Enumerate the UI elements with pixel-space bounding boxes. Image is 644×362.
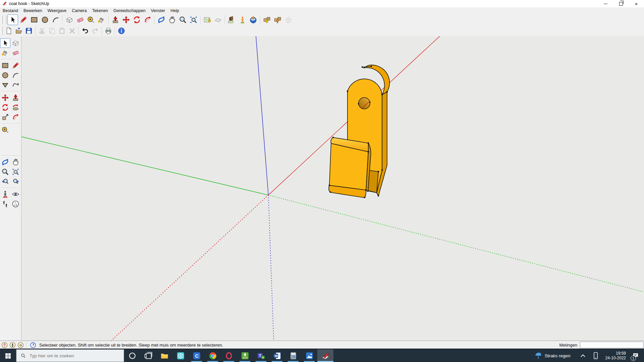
menu-bestand[interactable]: Bestand: [0, 8, 21, 14]
menu-camera[interactable]: Camera: [69, 8, 89, 14]
offset-icon[interactable]: [142, 14, 153, 25]
zoom-extents-icon[interactable]: [188, 14, 199, 25]
get-models-icon[interactable]: [262, 14, 272, 25]
file-explorer-taskbar-button[interactable]: [156, 349, 172, 362]
share-model-icon[interactable]: [272, 14, 283, 25]
axes-icon[interactable]: [0, 144, 10, 154]
text-icon[interactable]: [10, 135, 21, 144]
model-info-icon[interactable]: [116, 26, 126, 36]
offset-icon[interactable]: [10, 112, 21, 122]
search-input[interactable]: [29, 353, 111, 359]
geolocation-icon[interactable]: [1, 342, 8, 348]
protractor-icon[interactable]: [0, 135, 10, 144]
freehand-icon[interactable]: [10, 80, 21, 90]
rectangle-icon[interactable]: [29, 14, 40, 25]
3d-text-icon[interactable]: [10, 144, 21, 154]
arc-icon[interactable]: [50, 14, 61, 25]
push-pull-icon[interactable]: [10, 93, 21, 103]
move-icon[interactable]: [121, 14, 131, 25]
opera-taskbar-button[interactable]: [221, 349, 237, 362]
claim-credit-icon[interactable]: [9, 342, 16, 348]
new-icon[interactable]: [4, 26, 14, 36]
show-hidden-icons-chevron[interactable]: [579, 352, 587, 360]
zoom-next-icon[interactable]: [10, 177, 21, 186]
google-earth-icon[interactable]: [248, 14, 259, 25]
task-view-taskbar-button[interactable]: [140, 349, 156, 362]
zoom-icon[interactable]: [0, 167, 10, 177]
creality-slicer-taskbar-button[interactable]: [172, 349, 189, 362]
position-camera-icon[interactable]: [0, 189, 10, 199]
walk-icon[interactable]: [0, 199, 10, 209]
circle-icon[interactable]: [0, 70, 10, 80]
look-around-icon[interactable]: [10, 189, 21, 199]
coat-hook-model[interactable]: [268, 36, 440, 198]
the-sims-taskbar-button[interactable]: [237, 349, 253, 362]
pan-icon[interactable]: [167, 14, 177, 25]
open-icon[interactable]: [14, 26, 24, 36]
push-pull-icon[interactable]: [110, 14, 121, 25]
teams-taskbar-button[interactable]: [253, 349, 269, 362]
viewport-canvas[interactable]: [21, 36, 644, 341]
scale-icon[interactable]: [0, 112, 10, 122]
make-component-icon[interactable]: [10, 38, 21, 48]
sketchup-taskbar-button[interactable]: [317, 349, 333, 362]
toolbar-grip[interactable]: [1, 27, 3, 35]
paint-bucket-icon[interactable]: [96, 14, 107, 25]
menu-tekenen[interactable]: Tekenen: [90, 8, 111, 14]
cortana-taskbar-button[interactable]: [124, 349, 140, 362]
menu-weergave[interactable]: Weergave: [45, 8, 69, 14]
restore-button[interactable]: [613, 0, 629, 7]
start-button[interactable]: [0, 349, 16, 362]
select-icon[interactable]: [0, 38, 10, 48]
menu-venster[interactable]: Venster: [148, 8, 168, 14]
print-icon[interactable]: [103, 26, 113, 36]
photo-textures-icon[interactable]: [226, 14, 237, 25]
cura-taskbar-button[interactable]: [189, 349, 205, 362]
zoom-previous-icon[interactable]: [0, 177, 10, 186]
calculator-taskbar-button[interactable]: [285, 349, 301, 362]
save-icon[interactable]: [24, 26, 34, 36]
photos-taskbar-button[interactable]: [301, 349, 317, 362]
rectangle-icon[interactable]: [0, 61, 10, 70]
rotate-icon[interactable]: [131, 14, 142, 25]
toolbar-grip[interactable]: [1, 16, 3, 24]
zoom-extents-icon[interactable]: [10, 167, 21, 177]
undo-icon[interactable]: [80, 26, 90, 36]
eraser-icon[interactable]: [75, 14, 86, 25]
word-taskbar-button[interactable]: [269, 349, 285, 362]
rotate-icon[interactable]: [0, 103, 10, 112]
eraser-icon[interactable]: [10, 48, 21, 58]
menu-bewerken[interactable]: Bewerken: [21, 8, 45, 14]
polygon-icon[interactable]: [0, 80, 10, 90]
follow-me-icon[interactable]: [10, 103, 21, 112]
line-icon[interactable]: [18, 14, 29, 25]
zoom-icon[interactable]: [177, 14, 188, 25]
taskbar-clock[interactable]: 19:59 24-10-2022: [605, 351, 626, 360]
help-icon[interactable]: [29, 342, 37, 348]
orbit-icon[interactable]: [0, 157, 10, 167]
tape-measure-icon[interactable]: [86, 14, 96, 25]
arc-icon[interactable]: [10, 70, 21, 80]
weather-widget[interactable]: Straks regen: [535, 352, 571, 359]
add-location-icon[interactable]: [202, 14, 213, 25]
dimension-icon[interactable]: [10, 125, 21, 135]
screw-hole[interactable]: [359, 98, 370, 109]
minimize-button[interactable]: [598, 0, 613, 7]
taskbar-search[interactable]: [16, 349, 124, 362]
model-figure-icon[interactable]: [237, 14, 248, 25]
pan-icon[interactable]: [10, 157, 21, 167]
menu-help[interactable]: Help: [168, 8, 182, 14]
menu-gereedschappen[interactable]: Gereedschappen: [111, 8, 148, 14]
chrome-taskbar-button[interactable]: [205, 349, 221, 362]
select-icon[interactable]: [7, 14, 18, 25]
toolbar-grip[interactable]: [5, 16, 6, 24]
circle-icon[interactable]: [40, 14, 50, 25]
orbit-icon[interactable]: [156, 14, 167, 25]
make-component-icon[interactable]: [64, 14, 75, 25]
your-phone-icon[interactable]: [592, 352, 600, 360]
close-button[interactable]: ×: [629, 0, 644, 7]
measurements-input[interactable]: [580, 342, 644, 348]
model-viewport[interactable]: [21, 36, 644, 341]
section-plane-icon[interactable]: [10, 199, 21, 209]
action-center-button[interactable]: 1: [631, 351, 641, 361]
